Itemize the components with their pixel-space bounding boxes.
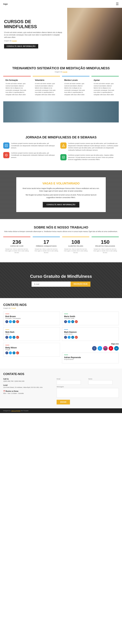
footer-message-label: Mensagem: [56, 386, 119, 388]
linkedin-icon[interactable]: in: [71, 336, 74, 339]
vagas-background: VAGAS E VOLUNTARIADO Amet luctus iaculis…: [0, 170, 122, 219]
stat-number: 150: [93, 240, 118, 244]
curso-content: Curso Gratuito de Mindfulness Inscrição …: [30, 274, 92, 287]
vagas-box: VAGAS E VOLUNTARIADO Amet luctus iaculis…: [16, 177, 106, 212]
member-accent: [64, 355, 68, 355]
footer-horas-value: Mon – Sun: 11:00am – Exclude: [3, 392, 54, 394]
member-role: Lorem: [5, 333, 58, 335]
twitter-icon[interactable]: t: [68, 320, 70, 323]
siga-nos: Siga-nos f t 📷 P in: [62, 343, 119, 350]
siga-facebook-icon[interactable]: f: [92, 346, 96, 350]
facebook-icon[interactable]: f: [5, 336, 8, 339]
sobre-section: SOBRE NÓS E NOSSO TRABALHO Ante metus di…: [0, 219, 122, 262]
jornada-text-4: Confrertur proptul momins merens que da …: [68, 154, 119, 161]
footer-call-value: 1(000 456) 789 / 1(000 654) 939: [3, 380, 54, 382]
curso-email-input[interactable]: [32, 282, 70, 287]
facebook-icon[interactable]: f: [64, 320, 67, 323]
footer-local: Local 124 Front Street, 23 Andrews, Valu…: [3, 384, 54, 388]
googleplus-icon[interactable]: g+: [75, 320, 78, 323]
social-icons: f t in g+: [5, 320, 58, 323]
treinamento-image-credit: Imagem de Freepik: [3, 71, 119, 73]
linkedin-icon[interactable]: in: [12, 336, 16, 339]
twitter-icon[interactable]: t: [9, 320, 12, 323]
stat-desc: Sample text. Click to select the text bo…: [34, 248, 58, 254]
linkedin-icon[interactable]: in: [12, 352, 16, 354]
bottom-bar: Designed by: Just a copyright Site Templ…: [0, 408, 122, 413]
member-name: Mark Dawson: [64, 331, 117, 333]
hero-description: Ut enim ad minim veniam, quis nostrud ex…: [4, 31, 63, 38]
twitter-icon[interactable]: t: [9, 352, 12, 354]
svg-rect-8: [62, 156, 64, 158]
footer-call: Call Us 1(000 456) 789 / 1(000 654) 939: [3, 378, 54, 382]
svg-point-7: [63, 146, 64, 146]
siga-pinterest-icon[interactable]: P: [109, 346, 113, 350]
googleplus-icon[interactable]: g+: [16, 320, 19, 323]
footer-submit-button[interactable]: ENVIAR: [56, 400, 70, 404]
stat-label: COPOS DE CAFÉ: [4, 245, 29, 247]
googleplus-icon[interactable]: g+: [75, 336, 78, 339]
hero-title: CURSOS DE MINDFULNESS: [4, 19, 63, 29]
footer-email-label: Email: [56, 378, 87, 380]
jornada-icon-3: [60, 142, 66, 149]
member-role: Consultor chefe: [64, 318, 117, 319]
siga-linkedin-icon[interactable]: in: [114, 346, 119, 350]
jornada-item-3: Confrertur proptul momins merens que da …: [60, 142, 119, 151]
curso-section: Curso Gratuito de Mindfulness Inscrição …: [0, 262, 122, 298]
twitter-icon[interactable]: t: [68, 336, 70, 339]
stat-clientes: 108 CLIENTES FELIZES Sample text. Click …: [62, 236, 89, 256]
hero-text-panel: CURSOS DE MINDFULNESS Ut enim ad minim v…: [0, 8, 67, 60]
card-title: Mentes Locais: [64, 79, 87, 82]
contate-credit-link[interactable]: Freepik: [11, 307, 16, 309]
facebook-icon[interactable]: f: [64, 336, 67, 339]
member-name: Maria Smith: [64, 315, 117, 318]
hero-consult-button[interactable]: CONSULTE MAIS INFORMAÇÃO: [4, 44, 38, 48]
footer-contate-section: CONTATE-NOS Call Us 1(000 456) 789 / 1(0…: [0, 368, 122, 408]
twitter-icon[interactable]: t: [9, 336, 12, 339]
card-text: Ut enim ad minim veniam, quis nostrud ex…: [6, 82, 28, 96]
footer-email-input[interactable]: [56, 380, 81, 384]
footer-message-textarea[interactable]: [56, 388, 119, 398]
footer-name-input[interactable]: [88, 380, 112, 384]
group-photo: [3, 101, 119, 122]
member-name: Bob Brown: [5, 315, 58, 318]
hero-image-credit: Imagem de Freepik: [4, 40, 63, 42]
hero-image: [67, 8, 122, 60]
card-voluntario: Voluntário Ut enim ad minim veniam, quis…: [33, 76, 60, 98]
stat-desc: Sample text. Click to select the text bo…: [93, 248, 118, 254]
vagas-text1: Amet luctus iaculis lectus magna fringil…: [22, 187, 100, 192]
googleplus-icon[interactable]: g+: [16, 336, 19, 339]
stat-cafe: 236 COPOS DE CAFÉ Sample text. Click to …: [3, 236, 30, 256]
jornada-text-3: Confrertur proptul momins merens que da …: [68, 142, 119, 151]
treinamento-section: TREINAMENTO SISTEMÁTICO EM MEDITAÇÃO MIN…: [0, 60, 122, 129]
vagas-button[interactable]: CONSULTE MAIS INFORMAÇÃO: [42, 202, 80, 208]
footer-name-label: Nome: [88, 378, 119, 380]
footer-right: Email Nome Mensagem ENVIAR: [56, 378, 119, 404]
social-icons: f t in g+: [64, 320, 117, 323]
sobre-title: SOBRE NÓS E NOSSO TRABALHO: [3, 226, 119, 229]
menu-icon[interactable]: ☰: [116, 2, 119, 6]
curso-title: Curso Gratuito de Mindfulness: [30, 274, 92, 279]
hero-credit-link[interactable]: Freepik: [12, 40, 17, 42]
team-member-nick: Nick Dark Lorem f t in g+: [3, 327, 60, 341]
siga-twitter-icon[interactable]: t: [98, 346, 102, 350]
jornada-icon-4: [60, 154, 66, 160]
jornada-content: Confrertur proptul momins merens que da …: [3, 142, 119, 164]
navigation: logo ☰: [0, 0, 122, 8]
treinamento-credit-link[interactable]: Freepik: [62, 71, 67, 73]
team-grid: Bob Brown Formador / Estrategista f t in…: [3, 312, 119, 365]
footer-local-label: Local: [3, 384, 54, 386]
facebook-icon[interactable]: f: [5, 320, 8, 323]
social-icons: f t in g+: [5, 352, 58, 354]
linkedin-icon[interactable]: in: [71, 320, 74, 323]
social-icons: f t in g+: [5, 336, 58, 339]
card-text: Ut enim ad minim veniam, quis nostrud ex…: [94, 82, 117, 96]
siga-instagram-icon[interactable]: 📷: [103, 346, 108, 350]
curso-submit-button[interactable]: Inscrição Hoje: [70, 282, 90, 287]
googleplus-icon[interactable]: g+: [16, 352, 19, 354]
member-role: blogger: [5, 349, 58, 350]
footer-horas: ⏰ Busine ss Horas Mon – Sun: 11:00am – E…: [3, 390, 54, 394]
facebook-icon[interactable]: f: [5, 352, 8, 354]
linkedin-icon[interactable]: in: [12, 320, 16, 323]
jornada-item-2: Confrertur proptul momins merens que da …: [3, 152, 56, 159]
copyright-link[interactable]: Just a copyright: [11, 410, 20, 412]
